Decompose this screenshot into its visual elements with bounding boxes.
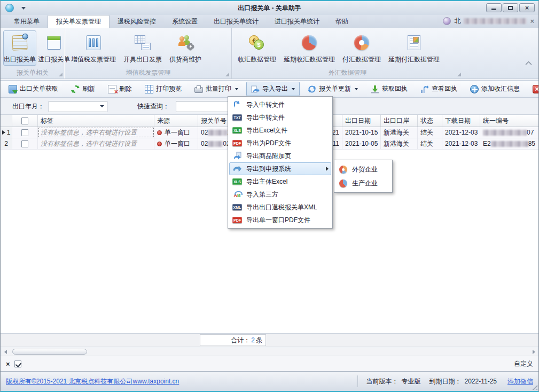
menu-item-import-transfer-file[interactable]: 导入中转文件 [229,98,331,111]
scroll-left-icon[interactable] [2,348,9,355]
ribbon-button-deferred-receipt-forex[interactable]: 延期收汇数据管理 [280,30,338,66]
toolbar-button-fetch-declarations[interactable]: 出口关单获取 [4,82,63,96]
ribbon-group-label: 增值税发票管理 [65,68,231,77]
delete-icon [108,85,116,93]
horizontal-scrollbar[interactable] [2,348,537,356]
copyright-link[interactable]: 版权所有©2015-2021 北京税点科技有限公司www.taxpoint.cn [6,377,179,386]
toolbar-button-view-receipt[interactable]: 查看回执 [416,82,462,96]
checkbox-icon[interactable] [21,117,28,124]
row-checkbox[interactable] [21,140,28,147]
menu-item-export-transfer-file[interactable]: TXT 导出中转文件 [229,111,331,124]
redacted-number [483,130,527,136]
scroll-right-icon[interactable] [530,348,537,355]
submenu-item-foreign-trade-enterprise[interactable]: 外贸企业 [336,162,390,176]
ribbon-button-issue-export-invoice[interactable]: 开具出口发票 [120,30,165,66]
toolbar-button-import-export[interactable]: 导入导出 [246,82,300,96]
scrollbar-track[interactable] [9,348,530,355]
toolbar-button-declaration-update[interactable]: 报关单更新 [303,82,363,96]
menu-item-export-tax-refund-xml[interactable]: XML 导出出口退税报关单XML [229,201,331,214]
ribbon-button-payment-forex-data[interactable]: 付汇数据管理 [339,30,384,66]
source-status-dot-icon [157,130,162,135]
menu-item-export-to-declaration-system[interactable]: 导出到申报系统 [229,162,331,175]
total-count-box: 合计： 2 条 [200,334,266,346]
chevron-down-icon [97,102,106,111]
user-orb-icon [443,17,451,25]
ribbon-button-vat-invoice-mgmt[interactable]: 增值税发票管理 [68,30,119,66]
maximize-button[interactable] [503,3,518,12]
ribbon-button-deferred-payment-forex[interactable]: 延期付汇数据管理 [385,30,443,66]
menu-item-export-pdf[interactable]: PDF 导出为PDF文件 [229,137,331,150]
scrollbar-thumb[interactable] [12,349,87,355]
total-unit: 条 [256,336,262,345]
customize-link[interactable]: 自定义 [514,359,533,369]
version-label: 当前版本： [366,377,399,386]
menu-item-export-main-excel[interactable]: XLS 导出主体Excel [229,175,331,188]
close-icon: × [525,5,529,11]
ribbon-collapse-icon[interactable] [526,60,531,66]
header-row-indicator [1,115,12,127]
export-month-select[interactable] [49,101,107,112]
tab-close-icon[interactable]: × [530,17,534,25]
maximize-icon [508,6,513,10]
dialog-launcher-icon[interactable] [225,73,229,76]
header-status[interactable]: 状态 [418,115,442,127]
tab-common-menu[interactable]: 常用菜单 [6,15,48,28]
ribbon-group-forex-data: € $ 收汇数据管理 延期收汇数据管理 付汇数据管理 延期付汇数据管理 外汇数据… [231,28,463,79]
menu-item-export-single-window-pdf[interactable]: PDF 导出单一窗口PDF文件 [229,214,331,226]
quick-search-label: 快捷查询： [137,102,169,111]
toolbar-button-batch-print[interactable]: 批量打印 [190,82,243,96]
donut-chart-icon [339,166,347,174]
tab-system-settings[interactable]: 系统设置 [164,15,206,28]
tab-tax-risk[interactable]: 退税风险管控 [110,15,164,28]
xml-file-icon: XML [232,204,243,210]
minimize-button[interactable] [486,3,502,12]
menu-item-import-third-party[interactable]: AB 导入第三方 [229,188,331,201]
menu-item-export-excel[interactable]: XLS 导出Excel文件 [229,124,331,137]
export-page-arrow-icon [233,152,241,160]
fetch-disk-icon [9,85,17,93]
filter-builder-bar: × 自定义 [1,356,538,371]
toolbar-button-refresh[interactable]: 刷新 [66,82,100,96]
xls-file-icon: XLS [232,178,242,185]
toolbar: 出口关单获取 刷新 删除 打印预览 批量打印 [1,80,538,98]
toolbar-button-add-receipt-info[interactable]: 添加收汇信息 [465,82,525,96]
header-export-date[interactable]: 出口日期 [342,115,381,127]
dialog-launcher-icon[interactable] [457,73,461,76]
ribbon-group-label: 报关单相关 [1,68,65,77]
filter-enabled-checkbox[interactable] [14,360,21,367]
ribbon-tab-bar: 常用菜单 报关单发票管理 退税风险管控 系统设置 出口报关单统计 进口报关单统计… [1,15,538,28]
add-icon [470,85,479,93]
pdf-mail-icon: PDF [232,217,242,223]
redacted-number [208,141,223,147]
toolbar-button-delete[interactable]: 删除 [103,82,137,96]
submenu-item-production-enterprise[interactable]: 生产企业 [336,176,390,190]
add-wechat-link[interactable]: 添加微信 [507,377,533,386]
dialog-launcher-icon[interactable] [59,73,63,76]
ab-convert-icon: AB [234,191,241,198]
ribbon-button-supplier-maintenance[interactable]: 供货商维护 [166,30,205,66]
header-download-date[interactable]: 下载日期 [442,115,480,127]
header-source[interactable]: 来源 [154,115,198,127]
header-export-port[interactable]: 出口口岸 [381,115,418,127]
tab-export-stats[interactable]: 出口报关单统计 [206,15,267,28]
pdf-file-icon: PDF [232,140,242,146]
toolbar-button-close[interactable]: 关闭 [528,82,539,96]
ribbon-button-export-declaration[interactable]: 出口报关单 [3,30,36,66]
declaration-system-submenu: 外贸企业 生产企业 [334,160,393,193]
clear-filter-icon[interactable]: × [6,360,10,368]
header-unified-no[interactable]: 统一编号 [480,115,538,127]
toolbar-button-print-preview[interactable]: 打印预览 [140,82,186,96]
tab-help[interactable]: 帮助 [327,15,356,28]
toolbar-button-get-receipt[interactable]: 获取回执 [366,82,412,96]
source-status-dot-icon [157,142,162,146]
update-icon [308,85,316,93]
header-tag[interactable]: 标签 [38,115,154,127]
close-button[interactable]: × [519,3,535,12]
tab-declaration-invoice-mgmt[interactable]: 报关单发票管理 [48,15,110,28]
expire-date: 2022-11-25 [465,378,497,385]
tab-import-stats[interactable]: 进口报关单统计 [267,15,327,28]
ribbon-button-receipt-forex-data[interactable]: € $ 收汇数据管理 [235,30,279,66]
menu-item-export-goods-appendix[interactable]: 导出商品附加页 [229,150,331,162]
header-select-all[interactable] [12,115,38,127]
row-checkbox[interactable] [21,129,28,136]
